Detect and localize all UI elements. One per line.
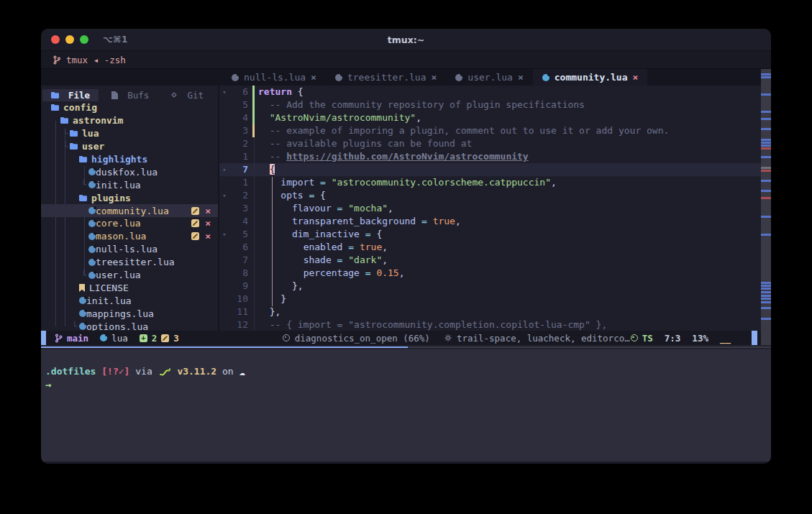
tree-item-highlights[interactable]: highlights bbox=[41, 153, 218, 166]
code-editor[interactable]: ▾6return {5 -- Add the community reposit… bbox=[219, 86, 771, 331]
prompt-input-line[interactable]: → bbox=[45, 378, 771, 391]
tree-item-core.lua[interactable]: core.lua× bbox=[41, 217, 218, 230]
shell-pane[interactable]: .dotfiles [!?✓] via v3.11.2 on ☁ → bbox=[41, 349, 771, 462]
code-line: ▾6return { bbox=[219, 86, 771, 98]
code-token bbox=[360, 267, 365, 278]
git-branch-widget[interactable]: main bbox=[55, 333, 88, 344]
source-tab-git[interactable]: Git bbox=[162, 89, 212, 101]
fold-arrow-icon[interactable]: ▾ bbox=[219, 163, 229, 176]
fold-arrow-icon bbox=[219, 202, 229, 215]
buffer-tab-label: user.lua bbox=[467, 72, 513, 83]
fold-arrow-icon bbox=[219, 98, 229, 111]
tree-item-user.lua[interactable]: └user.lua bbox=[41, 269, 218, 282]
tree-item-label: core.lua bbox=[96, 218, 141, 229]
code-token: true bbox=[360, 242, 382, 252]
tree-item-config[interactable]: config bbox=[41, 101, 218, 114]
code-token: , bbox=[382, 242, 388, 252]
minimap-mark bbox=[761, 180, 771, 182]
buffer-tab-user.lua[interactable]: user.lua× bbox=[446, 69, 532, 86]
code-line: 11 }, bbox=[219, 306, 771, 318]
code-line: ▾2 opts = { bbox=[219, 189, 771, 202]
tree-item-plugins[interactable]: plugins bbox=[41, 191, 218, 204]
tree-item-astronvim[interactable]: astronvim bbox=[41, 114, 218, 127]
fold-arrow-icon bbox=[219, 280, 229, 293]
tree-item-label: highlights bbox=[91, 154, 147, 165]
close-icon[interactable]: × bbox=[205, 219, 211, 227]
lua-file-icon bbox=[79, 297, 86, 304]
tree-item-lua[interactable]: └lua bbox=[41, 127, 218, 140]
close-icon[interactable]: × bbox=[633, 72, 639, 83]
minimap-mark bbox=[761, 234, 771, 236]
scope-guide-line bbox=[272, 177, 273, 306]
tree-item-community.lua[interactable]: community.lua× bbox=[41, 204, 218, 217]
fold-arrow-icon[interactable]: ▾ bbox=[219, 86, 229, 98]
tree-item-treesitter.lua[interactable]: treesitter.lua bbox=[41, 256, 218, 269]
code-text: return { bbox=[255, 86, 304, 98]
cursor-position: 7:3 bbox=[665, 333, 681, 344]
tree-item-mason.lua[interactable]: mason.lua× bbox=[41, 230, 218, 243]
code-token bbox=[258, 190, 280, 201]
diff-changed-icon bbox=[161, 334, 169, 342]
source-tab-file[interactable]: File bbox=[42, 89, 99, 101]
minimize-window-button[interactable] bbox=[65, 35, 74, 44]
tree-item-duskfox.lua[interactable]: duskfox.lua bbox=[41, 165, 218, 178]
folder-icon bbox=[51, 92, 59, 98]
tree-item-user[interactable]: └user bbox=[41, 140, 218, 153]
code-token bbox=[258, 216, 292, 226]
tree-item-label: init.lua bbox=[96, 180, 141, 191]
line-number: 2 bbox=[229, 137, 248, 150]
close-window-button[interactable] bbox=[51, 35, 60, 44]
line-number: 1 bbox=[229, 150, 248, 163]
minimap-mark bbox=[761, 318, 771, 320]
buffer-tab-label: null-ls.lua bbox=[244, 72, 306, 83]
code-text: import = "astrocommunity.colorscheme.cat… bbox=[255, 176, 557, 189]
iterm-tab-bar[interactable]: tmux ◂ -zsh bbox=[41, 51, 771, 69]
tree-item-null-ls.lua[interactable]: null-ls.lua bbox=[41, 243, 218, 256]
lua-file-icon bbox=[232, 74, 239, 81]
close-icon[interactable]: × bbox=[205, 207, 211, 215]
lua-file-icon bbox=[88, 220, 96, 227]
buffer-tab-community.lua[interactable]: community.lua× bbox=[533, 69, 648, 86]
code-token: percentage bbox=[304, 267, 360, 278]
code-token: enabled bbox=[304, 242, 343, 252]
source-tab-label: Git bbox=[187, 90, 204, 101]
git-diff-widget[interactable]: + 2 3 bbox=[140, 333, 179, 344]
tree-item-init.lua[interactable]: └init.lua bbox=[41, 178, 218, 191]
tree-item-init.lua[interactable]: init.lua bbox=[41, 294, 218, 307]
git-sign bbox=[248, 241, 255, 254]
lua-icon bbox=[100, 334, 107, 341]
code-token bbox=[258, 203, 292, 214]
line-number: 5 bbox=[229, 228, 248, 241]
close-icon[interactable]: × bbox=[205, 232, 211, 240]
folder-icon bbox=[51, 104, 59, 111]
lsp-clients-text: trail-space, luacheck, editorco… bbox=[457, 333, 630, 344]
prompt-arrow-icon: → bbox=[45, 378, 51, 391]
git-sign bbox=[248, 124, 255, 137]
tmux-pane-divider[interactable] bbox=[41, 345, 771, 349]
code-text: { bbox=[255, 163, 275, 176]
tree-item-options.lua[interactable]: └options.lua bbox=[41, 320, 218, 331]
fold-arrow-icon[interactable]: ▾ bbox=[219, 189, 229, 202]
line-number: 5 bbox=[229, 98, 248, 111]
close-icon[interactable]: × bbox=[432, 72, 437, 83]
minimap-mark bbox=[761, 118, 771, 120]
lsp-clients-widget[interactable]: trail-space, luacheck, editorco… bbox=[444, 333, 630, 344]
source-tab-bufs[interactable]: Bufs bbox=[103, 89, 158, 101]
close-icon[interactable]: × bbox=[311, 72, 316, 83]
code-token: "mocha" bbox=[348, 203, 388, 214]
code-line: 12 -- { import = "astrocommunity.complet… bbox=[219, 318, 771, 331]
buffer-tab-null-ls.lua[interactable]: null-ls.lua× bbox=[222, 69, 326, 86]
tree-item-label: astronvim bbox=[73, 115, 123, 126]
minimap-mark bbox=[761, 197, 771, 199]
code-token: , bbox=[551, 177, 557, 188]
tree-item-mappings.lua[interactable]: mappings.lua bbox=[41, 307, 218, 320]
close-icon[interactable]: × bbox=[518, 72, 524, 83]
zoom-window-button[interactable] bbox=[80, 35, 88, 44]
buffer-tab-treesitter.lua[interactable]: treesitter.lua× bbox=[326, 69, 446, 86]
git-sign bbox=[248, 176, 255, 189]
code-text: -- https://github.com/AstroNvim/astrocom… bbox=[255, 150, 529, 163]
tree-item-LICENSE[interactable]: LICENSE bbox=[41, 281, 218, 294]
fold-arrow-icon[interactable]: ▾ bbox=[219, 228, 229, 241]
code-line: ▾7 { bbox=[219, 163, 771, 176]
scrollbar-minimap[interactable] bbox=[761, 69, 771, 345]
